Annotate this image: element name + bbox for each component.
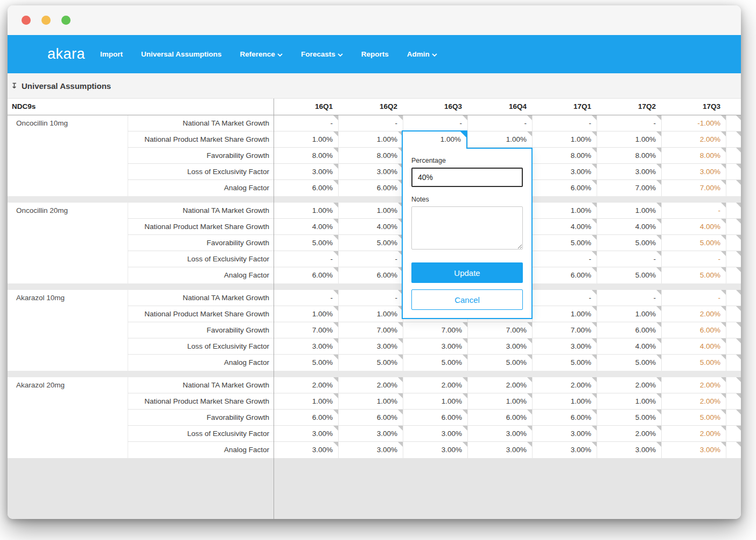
value-cell[interactable]: 6.00% (403, 410, 467, 425)
value-cell[interactable]: 2.00% (661, 426, 726, 441)
value-cell[interactable]: 1.00% (338, 131, 403, 147)
value-cell[interactable]: 1.00% (403, 393, 467, 409)
value-cell[interactable]: 5.00% (403, 355, 467, 371)
value-cell[interactable]: 3.00% (338, 442, 403, 458)
value-cell[interactable]: 2.00% (597, 377, 661, 393)
value-cell[interactable]: 2.00% (661, 306, 726, 322)
value-cell[interactable]: 6.00% (532, 410, 597, 425)
value-cell[interactable]: 3.00% (403, 338, 467, 354)
value-cell[interactable]: 1.00% (532, 306, 597, 322)
value-cell[interactable]: 5.00% (338, 235, 403, 251)
value-cell[interactable]: 2.00% (597, 426, 661, 441)
value-cell[interactable]: 5.00% (597, 235, 661, 251)
value-cell-partial[interactable] (726, 251, 741, 267)
value-cell-partial[interactable] (726, 180, 741, 196)
value-cell[interactable]: -1.00% (661, 115, 726, 131)
value-cell[interactable]: 8.00% (274, 148, 338, 163)
value-cell[interactable]: 3.00% (661, 442, 726, 458)
cancel-button[interactable]: Cancel (411, 289, 523, 310)
value-cell-partial[interactable] (726, 338, 741, 354)
value-cell[interactable]: 4.00% (661, 338, 726, 354)
selected-cell[interactable]: 1.00% (402, 130, 467, 149)
value-cell[interactable]: 6.00% (467, 410, 532, 425)
value-cell[interactable]: - (532, 251, 597, 267)
zoom-window-button[interactable] (61, 16, 71, 25)
value-cell[interactable]: 1.00% (532, 131, 597, 147)
value-cell[interactable]: 7.00% (532, 322, 597, 338)
value-cell[interactable]: 2.00% (661, 131, 726, 147)
value-cell[interactable]: 1.00% (338, 203, 403, 218)
notes-textarea[interactable] (411, 206, 523, 250)
value-cell[interactable]: 3.00% (274, 442, 338, 458)
value-cell[interactable]: - (661, 251, 726, 267)
value-cell[interactable]: 3.00% (274, 164, 338, 179)
value-cell[interactable]: 8.00% (597, 148, 661, 163)
value-cell[interactable]: 3.00% (532, 426, 597, 441)
value-cell[interactable]: 3.00% (467, 426, 532, 441)
value-cell[interactable]: 7.00% (467, 322, 532, 338)
value-cell[interactable]: 1.00% (274, 203, 338, 218)
value-cell[interactable]: 5.00% (532, 235, 597, 251)
value-cell[interactable]: 6.00% (338, 267, 403, 283)
value-cell[interactable]: 1.00% (274, 393, 338, 409)
value-cell[interactable]: 4.00% (661, 219, 726, 234)
value-cell-partial[interactable] (726, 267, 741, 283)
value-cell[interactable]: 4.00% (274, 219, 338, 234)
value-cell[interactable]: - (338, 115, 403, 131)
value-cell[interactable]: 5.00% (274, 235, 338, 251)
value-cell[interactable]: 2.00% (403, 377, 467, 393)
value-cell[interactable]: 5.00% (661, 267, 726, 283)
value-cell[interactable]: - (467, 115, 532, 131)
value-cell[interactable]: 6.00% (274, 410, 338, 425)
value-cell[interactable]: 8.00% (532, 148, 597, 163)
value-cell[interactable]: 8.00% (661, 148, 726, 163)
value-cell[interactable]: 1.00% (597, 131, 661, 147)
nav-item-reference[interactable]: Reference (240, 50, 283, 58)
value-cell[interactable]: 1.00% (597, 203, 661, 218)
value-cell[interactable]: 6.00% (274, 267, 338, 283)
nav-item-universal-assumptions[interactable]: Universal Assumptions (141, 50, 222, 58)
value-cell[interactable]: 6.00% (338, 180, 403, 196)
value-cell[interactable]: - (661, 203, 726, 218)
value-cell[interactable]: 6.00% (532, 180, 597, 196)
value-cell[interactable]: 1.00% (274, 306, 338, 322)
value-cell[interactable]: 5.00% (597, 355, 661, 371)
value-cell-partial[interactable] (726, 426, 741, 441)
value-cell[interactable]: - (338, 290, 403, 306)
value-cell[interactable]: 5.00% (274, 355, 338, 371)
value-cell[interactable]: - (597, 251, 661, 267)
value-cell[interactable]: - (403, 115, 467, 131)
value-cell[interactable]: 7.00% (274, 322, 338, 338)
close-window-button[interactable] (22, 16, 31, 25)
value-cell[interactable]: 7.00% (403, 322, 467, 338)
value-cell[interactable]: - (338, 251, 403, 267)
value-cell[interactable]: 5.00% (661, 235, 726, 251)
value-cell[interactable]: 5.00% (661, 410, 726, 425)
value-cell[interactable]: - (532, 290, 597, 306)
value-cell[interactable]: 2.00% (661, 393, 726, 409)
value-cell[interactable]: 6.00% (274, 180, 338, 196)
nav-item-reports[interactable]: Reports (361, 50, 389, 58)
value-cell[interactable]: 2.00% (661, 377, 726, 393)
percentage-input[interactable] (411, 168, 523, 187)
value-cell[interactable]: 5.00% (338, 355, 403, 371)
nav-item-forecasts[interactable]: Forecasts (301, 50, 343, 58)
value-cell[interactable]: 3.00% (274, 426, 338, 441)
value-cell-partial[interactable] (726, 355, 741, 371)
value-cell[interactable]: 3.00% (532, 442, 597, 458)
value-cell-partial[interactable] (726, 377, 741, 393)
value-cell[interactable]: 1.00% (274, 131, 338, 147)
value-cell[interactable]: 6.00% (661, 322, 726, 338)
value-cell[interactable]: - (661, 290, 726, 306)
minimize-window-button[interactable] (41, 16, 51, 25)
value-cell[interactable]: 3.00% (532, 164, 597, 179)
value-cell-partial[interactable] (726, 306, 741, 322)
value-cell-partial[interactable] (726, 393, 741, 409)
value-cell[interactable]: 4.00% (597, 219, 661, 234)
value-cell[interactable]: 7.00% (338, 322, 403, 338)
value-cell[interactable]: 4.00% (532, 219, 597, 234)
value-cell[interactable]: 7.00% (597, 180, 661, 196)
value-cell[interactable]: 2.00% (274, 377, 338, 393)
value-cell[interactable]: 4.00% (338, 219, 403, 234)
value-cell[interactable]: 3.00% (597, 442, 661, 458)
